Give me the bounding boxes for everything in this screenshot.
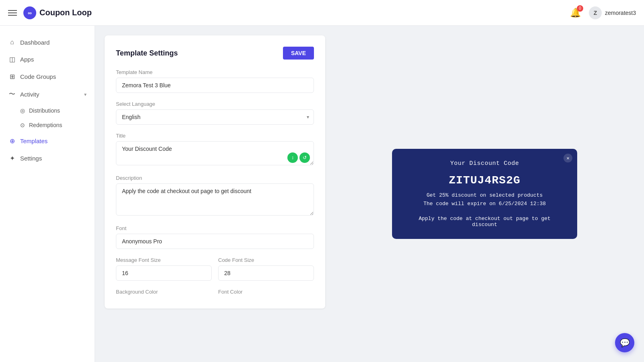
main-layout: ⌂ Dashboard ◫ Apps ⊞ Code Groups 〜 Activ… — [0, 26, 644, 362]
translate-icon[interactable]: ↕ — [287, 152, 298, 163]
sidebar-item-code-groups[interactable]: ⊞ Code Groups — [0, 68, 95, 85]
header-right: 🔔 0 Z zemoratest3 — [570, 6, 636, 19]
font-label: Font — [116, 225, 314, 231]
title-textarea-wrap: ↕ ↺ — [116, 141, 314, 167]
template-name-input[interactable] — [116, 78, 314, 93]
user-menu[interactable]: Z zemoratest3 — [589, 6, 636, 19]
redemptions-icon: ⊙ — [20, 122, 25, 128]
preview-area: ✕ Your Discount Code ZITUJ4RS2G Get 25% … — [335, 35, 634, 352]
card-header: Template Settings SAVE — [116, 47, 314, 60]
coupon-footer-text: Apply the code at checkout out page to g… — [405, 216, 564, 228]
message-font-size-input[interactable] — [116, 265, 212, 281]
template-name-label: Template Name — [116, 69, 314, 75]
background-color-label: Background Color — [116, 289, 212, 295]
home-icon: ⌂ — [8, 39, 16, 46]
main-content: Template Settings SAVE Template Name Sel… — [95, 26, 644, 362]
font-group: Font — [116, 225, 314, 249]
sidebar-label-activity: Activity — [20, 91, 80, 98]
save-button[interactable]: SAVE — [283, 47, 314, 60]
font-input[interactable] — [116, 234, 314, 249]
sidebar-item-distributions[interactable]: ◎ Distributions — [20, 103, 95, 118]
sidebar-sub-activity: ◎ Distributions ⊙ Redemptions — [0, 103, 95, 132]
coupon-preview-card: ✕ Your Discount Code ZITUJ4RS2G Get 25% … — [392, 149, 577, 239]
language-group: Select Language English Spanish French G… — [116, 101, 314, 125]
sidebar-item-redemptions[interactable]: ⊙ Redemptions — [20, 118, 95, 132]
message-font-size-group: Message Font Size — [116, 257, 212, 281]
templates-icon: ⊕ — [8, 137, 16, 145]
logo-icon: ∞ — [23, 6, 36, 19]
app-title: Coupon Loop — [39, 8, 92, 17]
description-input[interactable] — [116, 183, 314, 216]
color-row: Background Color Font Color — [116, 289, 314, 297]
apps-icon: ◫ — [8, 56, 16, 63]
chat-icon: 💬 — [620, 338, 630, 348]
description-group: Description — [116, 175, 314, 217]
activity-icon: 〜 — [8, 90, 16, 99]
code-groups-icon: ⊞ — [8, 73, 16, 80]
chevron-down-icon: ▾ — [84, 92, 87, 97]
font-color-label: Font Color — [218, 289, 314, 295]
language-select[interactable]: English Spanish French German — [116, 109, 314, 125]
coupon-close-icon[interactable]: ✕ — [564, 154, 572, 162]
sidebar-label-dashboard: Dashboard — [20, 39, 87, 46]
sidebar-label-distributions: Distributions — [29, 107, 60, 114]
sidebar-label-templates: Templates — [20, 138, 87, 144]
background-color-group: Background Color — [116, 289, 212, 297]
avatar: Z — [589, 6, 602, 19]
description-label: Description — [116, 175, 314, 181]
hamburger-menu[interactable] — [8, 10, 17, 16]
sidebar-label-redemptions: Redemptions — [29, 122, 62, 128]
refresh-icon[interactable]: ↺ — [299, 152, 310, 163]
message-font-size-label: Message Font Size — [116, 257, 212, 263]
settings-icon: ✦ — [8, 154, 16, 162]
chat-button[interactable]: 💬 — [615, 333, 634, 352]
template-settings-card: Template Settings SAVE Template Name Sel… — [105, 35, 325, 309]
sidebar: ⌂ Dashboard ◫ Apps ⊞ Code Groups 〜 Activ… — [0, 26, 95, 362]
app-header: ∞ Coupon Loop 🔔 0 Z zemoratest3 — [0, 0, 644, 26]
sidebar-item-activity[interactable]: 〜 Activity ▾ — [0, 85, 95, 103]
code-font-size-group: Code Font Size — [218, 257, 314, 281]
distributions-icon: ◎ — [20, 107, 25, 114]
sidebar-label-settings: Settings — [20, 155, 87, 162]
sidebar-label-code-groups: Code Groups — [20, 73, 87, 80]
sidebar-item-templates[interactable]: ⊕ Templates — [0, 132, 95, 150]
logo-area: ∞ Coupon Loop — [23, 6, 92, 19]
font-size-row: Message Font Size Code Font Size — [116, 257, 314, 281]
card-title: Template Settings — [116, 49, 178, 58]
code-font-size-input[interactable] — [218, 265, 314, 281]
header-left: ∞ Coupon Loop — [8, 6, 92, 19]
language-label: Select Language — [116, 101, 314, 107]
sidebar-item-apps[interactable]: ◫ Apps — [0, 51, 95, 68]
title-action-icons: ↕ ↺ — [287, 152, 310, 163]
template-name-group: Template Name — [116, 69, 314, 93]
coupon-code: ZITUJ4RS2G — [405, 174, 564, 187]
title-group: Title ↕ ↺ — [116, 133, 314, 167]
notification-badge: 0 — [577, 5, 583, 12]
sidebar-label-apps: Apps — [20, 56, 87, 63]
coupon-sub-text: Get 25% discount on selected products Th… — [405, 191, 564, 208]
sidebar-item-settings[interactable]: ✦ Settings — [0, 150, 95, 167]
font-color-group: Font Color — [218, 289, 314, 297]
notification-bell[interactable]: 🔔 0 — [570, 8, 581, 18]
code-font-size-label: Code Font Size — [218, 257, 314, 263]
username-label: zemoratest3 — [605, 10, 636, 16]
title-label: Title — [116, 133, 314, 139]
coupon-title: Your Discount Code — [405, 160, 564, 167]
sidebar-item-dashboard[interactable]: ⌂ Dashboard — [0, 34, 95, 51]
title-input[interactable] — [116, 141, 314, 165]
language-select-wrap: English Spanish French German ▾ — [116, 109, 314, 125]
